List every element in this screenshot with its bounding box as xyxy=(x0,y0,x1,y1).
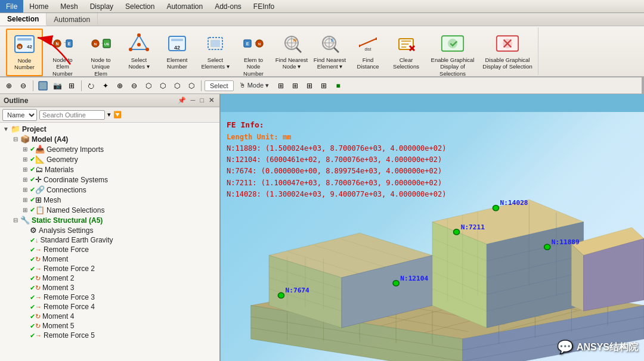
tree-item-std-gravity[interactable]: ▷ ✔ ↓ Standard Earth Gravity xyxy=(0,235,219,245)
btn-disable-graphical[interactable]: Disable GraphicalDisplay of Selection xyxy=(481,29,534,76)
node-dot-11889 xyxy=(544,244,550,250)
search-input[interactable] xyxy=(39,110,105,120)
node-to-elem-icon: N → E xyxy=(51,32,75,55)
btn-select-nodes[interactable]: SelectNodes ▾ xyxy=(120,29,157,76)
menu-feinfo[interactable]: FEInfo xyxy=(247,0,280,13)
btn-clear-selections[interactable]: ClearSelections xyxy=(388,29,425,76)
rf3-icon: → xyxy=(35,294,42,301)
tree-toggle-connections[interactable]: ⊞ xyxy=(21,186,29,193)
tree-item-moment5[interactable]: ▷ ✔ ↻ Moment 5 xyxy=(0,321,219,331)
btn-find-distance[interactable]: dist FindDistance xyxy=(349,29,386,76)
panel-close-btn[interactable]: ✕ xyxy=(207,97,216,104)
tree-item-project[interactable]: ▼ 📁 Project xyxy=(0,124,219,134)
tree-toggle-coord[interactable]: ⊞ xyxy=(21,176,29,183)
tree-toggle-geometry[interactable]: ⊞ xyxy=(21,156,29,163)
search-filter-btn[interactable]: 🔽 xyxy=(113,111,122,119)
watermark-icon: 💬 xyxy=(557,340,573,355)
svg-point-16 xyxy=(137,33,141,37)
svg-point-17 xyxy=(145,48,149,51)
tb-move[interactable]: ✦ xyxy=(99,79,112,92)
menu-home[interactable]: Home xyxy=(23,0,54,13)
tree-item-moment[interactable]: ▷ ✔ ↻ Moment xyxy=(0,254,219,264)
tb-extra2[interactable]: ⊞ xyxy=(289,79,302,92)
menu-mesh[interactable]: Mesh xyxy=(54,0,83,13)
tb-extra5[interactable]: ■ xyxy=(332,79,345,92)
panel-max-btn[interactable]: □ xyxy=(198,97,206,104)
btn-node-to-elem[interactable]: N → E Node toElem Number xyxy=(44,29,81,76)
tb-mode-label[interactable]: Mode ▾ xyxy=(247,82,270,89)
menu-display[interactable]: Display xyxy=(84,0,119,13)
menu-selection[interactable]: Selection xyxy=(119,0,160,13)
tb-zoom-in[interactable]: ⊕ xyxy=(2,79,16,92)
m4-icon: ↻ xyxy=(35,313,41,320)
tree-item-coord-systems[interactable]: ⊞ ✔ ✛ Coordinate Systems xyxy=(0,175,219,185)
tree-item-analysis-settings[interactable]: ▷ ⚙ Analysis Settings xyxy=(0,225,219,235)
tb-edge-view[interactable]: ⬡ xyxy=(171,79,184,92)
tb-surface-view[interactable]: ⬡ xyxy=(185,79,198,92)
btn-find-nearest-node[interactable]: N Find NearestNode ▾ xyxy=(273,29,310,76)
tb-extra3[interactable]: ⊞ xyxy=(303,79,316,92)
tree-item-model[interactable]: ⊟ 📦 Model (A4) xyxy=(0,134,219,144)
tree-item-connections[interactable]: ⊞ ✔ 🔗 Connections xyxy=(0,185,219,195)
tree-item-mesh[interactable]: ⊞ ✔ ⊞ Mesh xyxy=(0,195,219,205)
btn-enable-graphical[interactable]: Enable GraphicalDisplay of Selections xyxy=(426,29,479,76)
tree-item-moment2[interactable]: ▷ ✔ ↻ Moment 2 xyxy=(0,273,219,283)
tb-view-cam[interactable]: 📷 xyxy=(51,79,64,92)
tb-extra1[interactable]: ⊞ xyxy=(274,79,287,92)
tree-toggle-mesh[interactable]: ⊞ xyxy=(21,197,29,203)
viewport[interactable]: FE Info: Length Unit: mm N:11889: (1.500… xyxy=(221,94,644,361)
tb-select[interactable]: Select xyxy=(205,80,234,91)
tree-toggle-materials[interactable]: ⊞ xyxy=(21,166,29,173)
tab-automation[interactable]: Automation xyxy=(47,13,98,26)
btn-elem-number[interactable]: 42 ElementNumber xyxy=(159,29,196,76)
search-options-btn[interactable]: ▾ xyxy=(107,111,111,119)
tree-label-model: Model (A4) xyxy=(32,135,68,144)
tree-item-moment4[interactable]: ▷ ✔ ↻ Moment 4 xyxy=(0,312,219,321)
btn-select-elements[interactable]: SelectElements ▾ xyxy=(197,29,234,76)
tree-item-rf2[interactable]: ▷ ✔ → Remote Force 2 xyxy=(0,264,219,273)
tree-item-rf5[interactable]: ▷ ✔ → Remote Force 5 xyxy=(0,331,219,340)
panel-pin-btn[interactable]: 📌 xyxy=(176,97,188,104)
node-label-14028: N:14028 xyxy=(500,200,528,207)
panel-min-btn[interactable]: ─ xyxy=(189,97,197,104)
btn-find-nearest-elem[interactable]: E Find NearestElement ▾ xyxy=(311,29,348,76)
tree-toggle-project[interactable]: ▼ xyxy=(2,126,10,132)
menu-addons[interactable]: Add-ons xyxy=(209,0,247,13)
tree-toggle-geom-imports[interactable]: ⊞ xyxy=(21,146,29,153)
tree-item-rf4[interactable]: ▷ ✔ → Remote Force 4 xyxy=(0,302,219,312)
svg-text:42: 42 xyxy=(27,44,32,49)
tb-node-view[interactable]: ⬡ xyxy=(156,79,169,92)
menu-automation[interactable]: Automation xyxy=(160,0,209,13)
tb-extra4[interactable]: ⊞ xyxy=(317,79,330,92)
tb-mesh-view[interactable]: ⬡ xyxy=(142,79,155,92)
tree-item-moment3[interactable]: ▷ ✔ ↻ Moment 3 xyxy=(0,283,219,292)
tb-fit[interactable]: ⊖ xyxy=(128,79,141,92)
tree-item-geom-imports[interactable]: ⊞ ✔ 📥 Geometry Imports xyxy=(0,144,219,154)
analysis-settings-icon: ⚙ xyxy=(30,226,37,235)
menu-file[interactable]: File xyxy=(0,0,23,13)
name-filter-select[interactable]: Name xyxy=(2,109,37,121)
tree-item-geometry[interactable]: ⊞ ✔ 📐 Geometry xyxy=(0,154,219,164)
tab-selection[interactable]: Selection xyxy=(0,13,47,26)
btn-node-unique[interactable]: N → UE Node to UniqueElem Number xyxy=(82,29,119,76)
tree-item-rf3[interactable]: ▷ ✔ → Remote Force 3 xyxy=(0,292,219,302)
tb-rotate[interactable]: ⭮ xyxy=(85,79,98,92)
tree-toggle-named-sel[interactable]: ⊞ xyxy=(21,207,29,213)
tree-item-static-struct[interactable]: ⊟ 🔧 Static Structural (A5) xyxy=(0,215,219,225)
tree-toggle-model[interactable]: ⊟ xyxy=(12,136,19,142)
tree-item-named-selections[interactable]: ⊞ ✔ 📋 Named Selections xyxy=(0,205,219,215)
m3-icon: ↻ xyxy=(35,284,41,292)
tree-label-coord: Coordinate Systems xyxy=(44,176,108,184)
static-struct-icon: 🔧 xyxy=(20,216,30,225)
tb-view-grid[interactable]: ⊞ xyxy=(65,79,78,92)
btn-node-number[interactable]: N 42 NodeNumber xyxy=(6,29,43,76)
tb-zoom-out[interactable]: ⊖ xyxy=(17,79,30,92)
tree-label-geometry: Geometry xyxy=(47,155,78,164)
tb-zoom2[interactable]: ⊕ xyxy=(113,79,126,92)
tb-mode[interactable]: 🖱 Mode ▾ xyxy=(235,81,274,90)
tree-item-remote-force[interactable]: ▷ ✔ → Remote Force xyxy=(0,245,219,254)
tree-item-materials[interactable]: ⊞ ✔ 🗂 Materials xyxy=(0,164,219,175)
btn-elem-to-node[interactable]: E → N Elem toNode Number xyxy=(235,29,272,76)
tb-view-box[interactable] xyxy=(36,79,49,92)
tree-toggle-static[interactable]: ⊟ xyxy=(12,217,19,223)
